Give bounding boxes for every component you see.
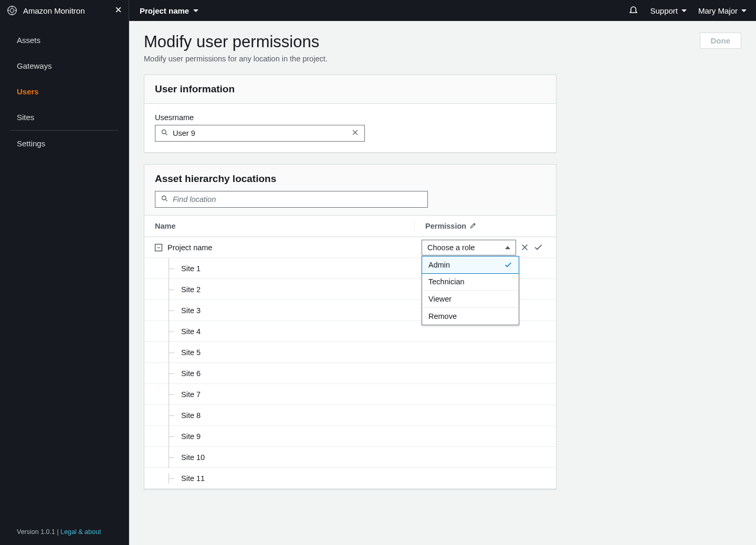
site-name: Site 10 (181, 453, 205, 462)
search-icon (161, 129, 169, 138)
tree-branch-icon (169, 321, 176, 342)
tree-branch-icon (169, 363, 176, 384)
tree-branch-icon (169, 426, 176, 447)
done-button[interactable]: Done (700, 33, 742, 49)
support-label: Support (650, 6, 678, 15)
tree-branch-icon (169, 258, 176, 279)
role-option-technician[interactable]: Technician (422, 273, 519, 291)
username-label: Mary Major (698, 6, 738, 15)
sidebar-item-sites[interactable]: Sites (0, 104, 129, 130)
legal-link[interactable]: Legal & about (60, 528, 101, 536)
site-name: Site 1 (181, 264, 201, 273)
site-name: Site 8 (181, 411, 201, 420)
clear-icon[interactable] (351, 129, 359, 138)
site-name: Site 3 (181, 306, 201, 315)
brand-segment: Amazon Monitron (0, 0, 129, 21)
chevron-up-icon (505, 246, 510, 249)
sidebar-item-assets[interactable]: Assets (0, 27, 129, 53)
page-subtitle: Modify user permissions for any location… (144, 55, 328, 63)
user-info-title: User information (144, 75, 556, 104)
tree-branch-icon (169, 300, 176, 321)
locations-table-header: Name Permission (144, 215, 556, 237)
user-dropdown[interactable]: Mary Major (698, 6, 747, 15)
site-name: Site 9 (181, 432, 201, 441)
table-row: Site 11 (144, 468, 556, 489)
table-row: Site 7 (144, 384, 556, 405)
tree-branch-icon (169, 384, 176, 405)
col-header-permission: Permission (414, 222, 556, 231)
svg-point-2 (162, 130, 166, 134)
table-row: Site 10 (144, 447, 556, 468)
locations-table-body: − Project name Choose a role (144, 237, 556, 489)
tree-branch-icon (169, 279, 176, 300)
svg-point-3 (162, 196, 166, 200)
tree-collapse-icon[interactable]: − (155, 244, 162, 251)
role-select-label: Choose a role (427, 243, 475, 252)
app-title: Amazon Monitron (23, 6, 114, 15)
chevron-down-icon (741, 9, 747, 12)
tree-branch-icon (169, 342, 176, 363)
app-logo-icon (6, 5, 18, 16)
user-info-panel: User information Usesrname (144, 74, 556, 153)
page-title: Modify user permissions (144, 33, 328, 51)
support-dropdown[interactable]: Support (650, 6, 687, 15)
project-dropdown[interactable]: Project name (129, 6, 209, 15)
version-number: 1.0.1 (40, 528, 55, 536)
locations-title: Asset hierarchy locations (155, 173, 545, 185)
site-name: Site 11 (181, 474, 205, 483)
col-header-name: Name (144, 222, 414, 230)
root-name: Project name (167, 243, 212, 252)
sidebar-footer: Version 1.0.1 | Legal & about (0, 519, 129, 545)
cancel-icon[interactable] (520, 243, 529, 252)
chevron-down-icon (681, 9, 687, 12)
sidebar-nav: Assets Gateways Users Sites Settings (0, 21, 129, 163)
location-search-input[interactable] (169, 195, 422, 204)
site-name: Site 5 (181, 348, 201, 357)
role-menu: Admin Technician Viewer Remove (422, 256, 519, 325)
confirm-icon[interactable] (533, 242, 543, 252)
notifications-icon[interactable] (628, 5, 638, 16)
main-content: Modify user permissions Modify user perm… (129, 21, 756, 545)
role-option-viewer[interactable]: Viewer (422, 291, 519, 308)
search-icon (161, 195, 169, 205)
tree-branch-icon (169, 473, 176, 484)
chevron-down-icon (193, 9, 198, 12)
role-option-admin[interactable]: Admin (422, 256, 519, 274)
project-name: Project name (140, 6, 189, 15)
sidebar-item-gateways[interactable]: Gateways (0, 53, 129, 79)
close-icon[interactable] (114, 5, 122, 16)
location-search-wrap (155, 191, 428, 208)
tree-branch-icon (169, 405, 176, 426)
locations-panel: Asset hierarchy locations Name Permissio… (144, 164, 556, 489)
site-name: Site 6 (181, 369, 201, 378)
svg-point-1 (10, 8, 14, 12)
sidebar: Assets Gateways Users Sites Settings Ver… (0, 21, 129, 545)
sidebar-item-users[interactable]: Users (0, 79, 129, 104)
sidebar-item-settings[interactable]: Settings (0, 131, 129, 156)
username-input[interactable] (169, 129, 351, 137)
role-option-remove[interactable]: Remove (422, 308, 519, 325)
role-select[interactable]: Choose a role (422, 240, 516, 255)
table-row-root: − Project name Choose a role (144, 237, 556, 258)
topbar: Amazon Monitron Project name Support Mar… (0, 0, 756, 21)
site-name: Site 4 (181, 327, 201, 336)
username-input-wrap (155, 125, 365, 142)
page-header: Modify user permissions Modify user perm… (144, 33, 741, 63)
version-prefix: Version (17, 528, 40, 536)
tree-branch-icon (169, 447, 176, 468)
table-row: Site 6 (144, 363, 556, 384)
topbar-right: Support Mary Major (628, 5, 756, 16)
username-field-label: Usesrname (155, 113, 545, 122)
table-row: Site 9 (144, 426, 556, 447)
table-row: Site 5 (144, 342, 556, 363)
site-name: Site 7 (181, 390, 201, 399)
table-row: Site 8 (144, 405, 556, 426)
site-name: Site 2 (181, 285, 201, 294)
edit-icon[interactable] (469, 222, 477, 231)
